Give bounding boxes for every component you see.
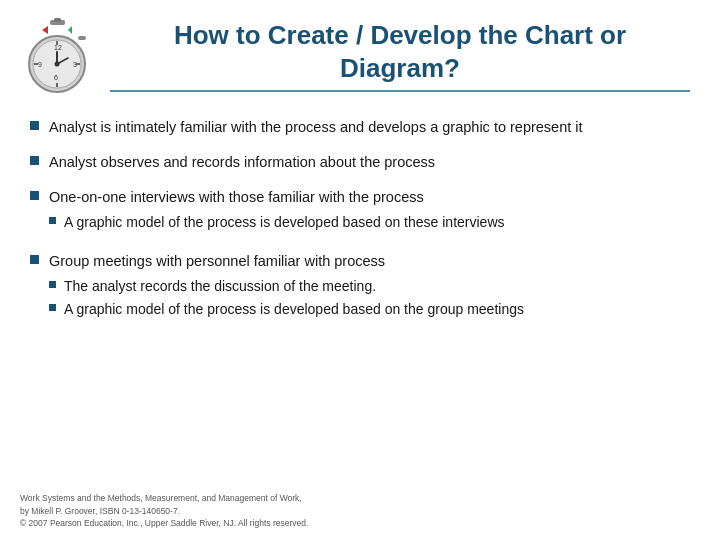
svg-point-15 — [55, 62, 60, 67]
bullet-item-4: Group meetings with personnel familiar w… — [30, 251, 690, 324]
bullet-text-3: One-on-one interviews with those familia… — [49, 187, 690, 237]
bullet-text-2: Analyst observes and records information… — [49, 152, 690, 173]
bullet-square-3 — [30, 191, 39, 200]
title-area: How to Create / Develop the Chart or Dia… — [110, 19, 690, 92]
sub-bullet-item-4-2: A graphic model of the process is develo… — [49, 300, 690, 320]
bullet-square-1 — [30, 121, 39, 130]
sub-bullets-3: A graphic model of the process is develo… — [49, 213, 690, 233]
svg-text:12: 12 — [54, 44, 62, 51]
sub-bullet-item-4-1: The analyst records the discussion of th… — [49, 277, 690, 297]
sub-bullets-4: The analyst records the discussion of th… — [49, 277, 690, 320]
svg-text:9: 9 — [38, 61, 42, 68]
svg-rect-2 — [78, 36, 86, 40]
bullet-text-4: Group meetings with personnel familiar w… — [49, 251, 690, 324]
sub-bullet-square-4-2 — [49, 304, 56, 311]
svg-rect-1 — [54, 18, 61, 22]
svg-text:6: 6 — [54, 74, 58, 81]
content-area: Analyst is intimately familiar with the … — [0, 103, 720, 348]
footer-line2: by Mikell P. Groover, ISBN 0-13-140650-7… — [20, 505, 308, 518]
footer-line3: © 2007 Pearson Education, Inc., Upper Sa… — [20, 517, 308, 530]
footer: Work Systems and the Methods, Measuremen… — [20, 492, 308, 530]
bullet-item-1: Analyst is intimately familiar with the … — [30, 117, 690, 138]
bullet-item-2: Analyst observes and records information… — [30, 152, 690, 173]
svg-marker-16 — [42, 26, 48, 34]
sub-bullet-square-3-1 — [49, 217, 56, 224]
bullet-square-4 — [30, 255, 39, 264]
svg-marker-17 — [68, 26, 72, 34]
stopwatch-icon: 12 6 9 3 — [20, 18, 95, 93]
bullet-text-1: Analyst is intimately familiar with the … — [49, 117, 690, 138]
sub-bullet-square-4-1 — [49, 281, 56, 288]
svg-text:3: 3 — [73, 61, 77, 68]
footer-line1: Work Systems and the Methods, Measuremen… — [20, 492, 308, 505]
bullet-square-2 — [30, 156, 39, 165]
header: 12 6 9 3 How to Create / Develop the Cha… — [0, 0, 720, 103]
bullet-item-3: One-on-one interviews with those familia… — [30, 187, 690, 237]
sub-bullet-item-3-1: A graphic model of the process is develo… — [49, 213, 690, 233]
slide-container: 12 6 9 3 How to Create / Develop the Cha… — [0, 0, 720, 540]
slide-title: How to Create / Develop the Chart or Dia… — [110, 19, 690, 84]
